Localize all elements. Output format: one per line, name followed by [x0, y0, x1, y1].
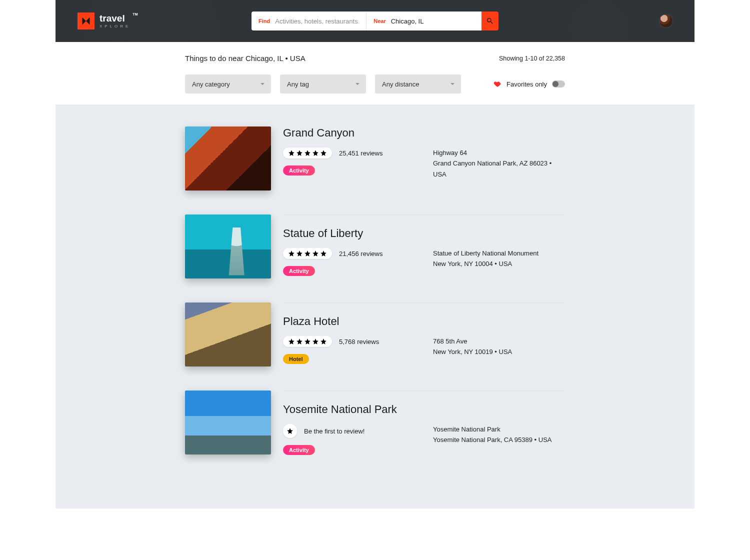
star-icon — [312, 338, 319, 345]
result-tag[interactable]: Activity — [283, 166, 315, 176]
filter-distance[interactable]: Any distance — [375, 74, 461, 94]
result-card[interactable]: Plaza Hotel 5,768 reviews Hotel 768 5th … — [185, 302, 565, 378]
result-card[interactable]: Yosemite National Park Be the first to r… — [185, 390, 565, 466]
result-card[interactable]: Statue of Liberty 21,456 reviews Activit… — [185, 214, 565, 290]
filter-tag[interactable]: Any tag — [280, 74, 366, 94]
result-thumbnail[interactable] — [185, 302, 271, 366]
star-icon — [288, 250, 295, 257]
star-icon — [312, 250, 319, 257]
rating-pill — [283, 248, 332, 259]
page-title: Things to do near Chicago, IL • USA — [185, 54, 306, 62]
logo-mark-icon — [78, 12, 94, 30]
logo-text: travel TM XPLORE — [100, 14, 130, 28]
result-title[interactable]: Statue of Liberty — [283, 227, 413, 240]
result-address: Statue of Liberty National Monument New … — [433, 248, 538, 270]
heart-icon — [494, 80, 502, 88]
review-count: 5,768 reviews — [339, 338, 379, 346]
star-icon — [304, 250, 311, 257]
result-tag[interactable]: Hotel — [283, 354, 309, 364]
star-icon — [304, 338, 311, 345]
search-near-input[interactable] — [391, 18, 475, 25]
results-list: Grand Canyon 25,451 reviews Activity Hig… — [56, 104, 694, 508]
result-title[interactable]: Yosemite National Park — [283, 403, 413, 416]
result-address: Yosemite National Park Yosemite National… — [433, 424, 552, 446]
favorites-toggle[interactable] — [552, 80, 565, 88]
search-bar: Find Near — [252, 12, 498, 30]
result-address: Highway 64 Grand Canyon National Park, A… — [433, 148, 565, 180]
search-find-label: Find — [258, 18, 270, 24]
review-count: 21,456 reviews — [339, 250, 382, 258]
review-count: 25,451 reviews — [339, 150, 382, 157]
search-button[interactable] — [482, 12, 498, 30]
result-title[interactable]: Grand Canyon — [283, 126, 413, 140]
rating-pill — [283, 336, 332, 347]
star-icon — [312, 150, 319, 156]
star-icon — [320, 338, 327, 345]
search-find-input[interactable] — [275, 18, 359, 25]
header: travel TM XPLORE Find Near — [56, 0, 694, 42]
result-thumbnail[interactable] — [185, 126, 271, 190]
result-thumbnail[interactable] — [185, 214, 271, 278]
star-outline-icon — [286, 428, 294, 434]
chevron-down-icon — [355, 82, 360, 86]
star-icon — [296, 150, 303, 156]
filter-distance-label: Any distance — [382, 80, 419, 88]
review-prompt[interactable]: Be the first to review! — [304, 428, 364, 435]
filter-tag-label: Any tag — [287, 80, 309, 88]
result-thumbnail[interactable] — [185, 390, 271, 454]
star-icon — [296, 250, 303, 257]
result-card[interactable]: Grand Canyon 25,451 reviews Activity Hig… — [185, 126, 565, 202]
result-address: 768 5th Ave New York, NY 10019 • USA — [433, 336, 512, 358]
result-tag[interactable]: Activity — [283, 445, 315, 455]
chevron-down-icon — [450, 82, 455, 86]
result-tag[interactable]: Activity — [283, 266, 315, 276]
subheader: Things to do near Chicago, IL • USA Show… — [56, 42, 694, 104]
star-icon — [320, 150, 327, 156]
search-near-label: Near — [374, 18, 386, 24]
results-count: Showing 1-10 of 22,358 — [499, 55, 565, 62]
star-icon — [320, 250, 327, 257]
user-avatar[interactable] — [660, 14, 672, 28]
search-icon — [486, 17, 494, 25]
filter-category[interactable]: Any category — [185, 74, 271, 94]
star-icon — [288, 150, 295, 156]
rating-pill — [283, 148, 332, 158]
logo[interactable]: travel TM XPLORE — [78, 12, 130, 30]
search-find-segment[interactable]: Find — [252, 12, 366, 30]
chevron-down-icon — [260, 82, 265, 86]
filter-category-label: Any category — [192, 80, 230, 88]
rating-empty — [283, 424, 297, 438]
star-icon — [296, 338, 303, 345]
result-title[interactable]: Plaza Hotel — [283, 315, 413, 328]
star-icon — [304, 150, 311, 156]
search-near-segment[interactable]: Near — [366, 12, 482, 30]
favorites-label: Favorites only — [506, 80, 547, 88]
star-icon — [288, 338, 295, 345]
